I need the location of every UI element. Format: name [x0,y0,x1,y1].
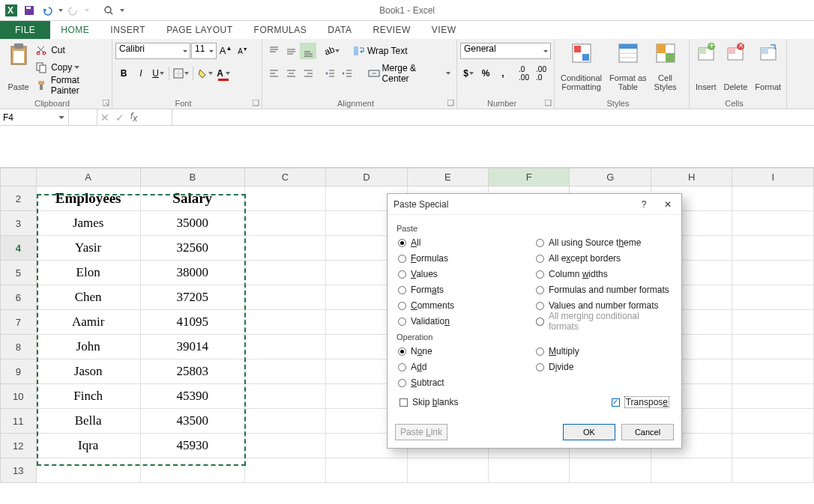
radio-validation[interactable]: Validation [397,315,534,328]
cell-A5[interactable]: Elon [36,261,140,285]
font-size-select[interactable]: 11 [191,43,217,59]
cell-B10[interactable]: 45390 [140,384,244,409]
cell-A7[interactable]: Aamir [36,310,140,335]
cell-styles-button[interactable]: Cell Styles [651,40,680,93]
insert-cells-button[interactable]: +Insert [693,40,720,93]
cell-A9[interactable]: Jason [36,359,140,384]
cell-C10[interactable] [244,384,325,409]
redo-button[interactable] [65,2,82,19]
cell-I9[interactable] [732,359,814,384]
undo-button[interactable] [39,2,55,19]
borders-button[interactable] [172,65,190,82]
cell-I12[interactable] [732,434,814,458]
copy-button[interactable]: Copy [35,60,109,76]
radio-divide[interactable]: Divide [534,360,672,374]
name-box[interactable]: F4 [0,109,69,125]
percent-button[interactable]: % [477,65,494,82]
cell-B13[interactable] [140,458,244,483]
radio-formulas[interactable]: Formulas [397,252,534,265]
cell-I13[interactable] [732,458,814,483]
align-center-button[interactable] [283,65,299,82]
font-color-button[interactable]: A [215,65,232,82]
col-header-A[interactable]: A [36,168,140,186]
tab-home[interactable]: HOME [50,21,100,39]
tab-formulas[interactable]: FORMULAS [244,21,318,39]
cell-I7[interactable] [732,310,814,335]
cell-C5[interactable] [244,261,325,285]
cell-B2[interactable]: Salary [140,186,244,211]
cell-C7[interactable] [244,310,325,335]
tab-data[interactable]: DATA [317,21,362,39]
cell-C4[interactable] [244,236,325,261]
cut-button[interactable]: Cut [35,43,109,58]
cell-A6[interactable]: Chen [36,285,140,310]
cell-I10[interactable] [732,384,814,409]
cell-A4[interactable]: Yasir [36,236,140,261]
orientation-button[interactable]: ab [322,43,341,59]
col-header-D[interactable]: D [326,168,407,186]
cell-E13[interactable] [407,458,488,483]
tab-insert[interactable]: INSERT [100,21,156,39]
cell-I5[interactable] [732,261,814,285]
cell-A3[interactable]: James [36,211,140,236]
paste-button[interactable]: Paste [3,40,34,93]
cell-C2[interactable] [244,186,325,211]
align-top-button[interactable] [265,43,282,59]
cell-A13[interactable] [36,458,140,483]
radio-all-using-source-theme[interactable]: All using Source theme [534,236,672,249]
cell-A8[interactable]: John [36,335,140,359]
cell-B3[interactable]: 35000 [140,211,244,236]
cell-I2[interactable] [732,186,814,211]
cell-G13[interactable] [570,458,651,483]
paste-link-button[interactable]: Paste Link [395,424,447,440]
dialog-close-button[interactable]: ✕ [660,197,675,212]
align-right-button[interactable] [300,65,316,82]
align-middle-button[interactable] [283,43,299,59]
tab-page-layout[interactable]: PAGE LAYOUT [156,21,243,39]
italic-button[interactable]: I [133,65,149,82]
radio-none[interactable]: None [397,344,534,358]
cell-I4[interactable] [732,236,814,261]
radio-all-except-borders[interactable]: All except borders [534,252,672,265]
skip-blanks-check[interactable]: Skip blanks [398,395,459,409]
cell-A2[interactable]: Employees [36,186,140,211]
number-format-select[interactable]: General [460,43,551,59]
cell-C6[interactable] [244,285,325,310]
tab-file[interactable]: FILE [0,21,50,39]
number-dialog-launcher[interactable] [545,100,552,107]
cell-H13[interactable] [651,458,732,483]
cell-B9[interactable]: 25803 [140,359,244,384]
radio-multiply[interactable]: Multiply [534,344,672,358]
cell-C13[interactable] [244,458,325,483]
dialog-help-button[interactable]: ? [636,197,651,212]
align-bottom-button[interactable] [300,43,316,59]
radio-all[interactable]: All [397,236,534,249]
radio-column-widths[interactable]: Column widths [534,267,672,281]
merge-center-button[interactable]: Merge & Center [365,65,453,82]
cell-I3[interactable] [732,211,814,236]
row-header-7[interactable]: 7 [1,310,37,335]
cell-I8[interactable] [732,335,814,359]
cell-C12[interactable] [244,434,325,458]
cell-I6[interactable] [732,285,814,310]
format-cells-button[interactable]: Format [752,40,784,93]
fill-color-button[interactable] [196,65,214,82]
decrease-indent-button[interactable] [322,65,339,82]
decrease-font-button[interactable]: A▼ [235,43,251,59]
clipboard-dialog-launcher[interactable] [103,100,110,107]
col-header-H[interactable]: H [651,168,732,186]
radio-values[interactable]: Values [397,267,534,281]
cell-B4[interactable]: 32560 [140,236,244,261]
undo-dropdown[interactable] [57,2,64,19]
increase-decimal-button[interactable]: .0.00 [516,65,532,82]
tab-view[interactable]: VIEW [421,21,467,39]
conditional-formatting-button[interactable]: Conditional Formatting [558,40,605,93]
format-as-table-button[interactable]: Format as Table [606,40,650,93]
cell-A10[interactable]: Finch [36,384,140,409]
cell-C8[interactable] [244,335,325,359]
col-header-F[interactable]: F [489,168,570,186]
cell-B12[interactable]: 45930 [140,434,244,458]
comma-button[interactable]: , [495,65,511,82]
align-left-button[interactable] [265,65,282,82]
increase-font-button[interactable]: A▲ [217,43,234,59]
